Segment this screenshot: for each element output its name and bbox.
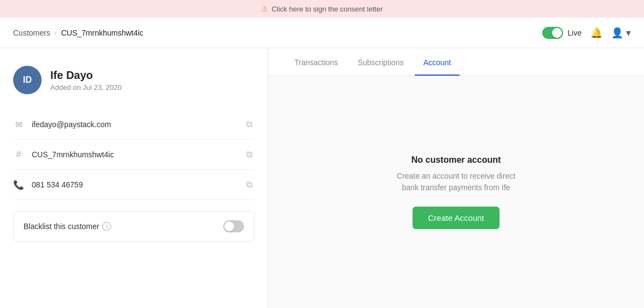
breadcrumb-current-page: CUS_7mrnkhumshwt4ic (61, 28, 143, 37)
email-row: ✉ ifedayo@paystack.com ⧉ (13, 110, 254, 140)
copy-phone-button[interactable]: ⧉ (244, 178, 254, 192)
main-layout: ID Ife Dayo Added on Jul 23, 2020 ✉ ifed… (0, 48, 644, 308)
banner-text: Click here to sign the consent letter (271, 5, 382, 13)
phone-row: 📞 081 534 46759 ⧉ (13, 170, 254, 200)
left-panel: ID Ife Dayo Added on Jul 23, 2020 ✉ ifed… (0, 48, 268, 308)
live-label: Live (567, 28, 582, 37)
account-content: No customer account Create an account to… (268, 76, 644, 308)
customer-added-date: Added on Jul 23, 2020 (50, 83, 121, 92)
customer-header: ID Ife Dayo Added on Jul 23, 2020 (13, 66, 254, 94)
blacklist-toggle[interactable] (223, 220, 244, 232)
tab-transactions[interactable]: Transactions (286, 48, 347, 76)
bell-icon[interactable]: 🔔 (590, 27, 602, 39)
breadcrumb-customers-link[interactable]: Customers (13, 28, 50, 37)
copy-id-button[interactable]: ⧉ (244, 147, 254, 162)
customer-info: Ife Dayo Added on Jul 23, 2020 (50, 69, 121, 92)
avatar: ID (13, 66, 42, 94)
customer-id-value: CUS_7mrnkhumshwt4ic (32, 150, 236, 159)
blacklist-row: Blacklist this customer i (13, 211, 254, 242)
blacklist-info-icon[interactable]: i (102, 222, 111, 231)
email-value: ifedayo@paystack.com (32, 120, 236, 129)
tabs-bar: Transactions Subscriptions Account (268, 48, 644, 76)
email-icon: ✉ (13, 119, 24, 130)
phone-icon: 📞 (13, 180, 24, 190)
live-toggle-switch[interactable] (542, 27, 563, 39)
blacklist-label: Blacklist this customer i (24, 222, 111, 231)
customer-name: Ife Dayo (50, 69, 121, 82)
customer-id-row: # CUS_7mrnkhumshwt4ic ⧉ (13, 140, 254, 170)
warning-icon: ⚠ (261, 4, 268, 13)
phone-value: 081 534 46759 (32, 180, 236, 189)
blacklist-label-text: Blacklist this customer (24, 222, 99, 231)
copy-email-button[interactable]: ⧉ (244, 117, 254, 132)
navbar: Customers › CUS_7mrnkhumshwt4ic Live 🔔 👤… (0, 18, 644, 48)
no-account-description: Create an account to receive direct bank… (391, 170, 522, 193)
tab-subscriptions[interactable]: Subscriptions (349, 48, 413, 76)
live-toggle[interactable]: Live (542, 27, 582, 39)
user-avatar-icon[interactable]: 👤 ▾ (611, 27, 631, 39)
no-account-title: No customer account (411, 155, 501, 165)
breadcrumb: Customers › CUS_7mrnkhumshwt4ic (13, 28, 143, 37)
create-account-button[interactable]: Create Account (413, 207, 500, 229)
tab-account[interactable]: Account (415, 48, 460, 76)
nav-right: Live 🔔 👤 ▾ (542, 27, 631, 39)
right-panel: Transactions Subscriptions Account No cu… (268, 48, 644, 308)
breadcrumb-separator: › (55, 29, 57, 37)
consent-banner[interactable]: ⚠ Click here to sign the consent letter (0, 0, 644, 18)
hash-icon: # (13, 150, 24, 159)
